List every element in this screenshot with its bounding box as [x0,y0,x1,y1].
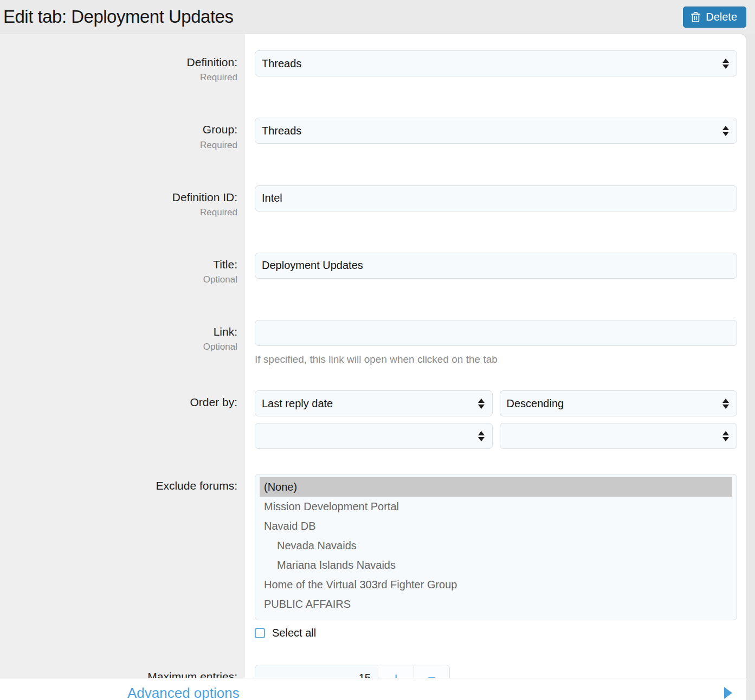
forum-option[interactable]: (None) [260,477,732,497]
group-required-note: Required [200,140,237,151]
order-by-label: Order by: [190,395,237,409]
title-label: Title: [213,258,237,272]
forum-option[interactable]: Home of the Virtual 303rd Fighter Group [260,575,732,594]
link-label: Link: [214,325,237,339]
header-bar: Edit tab: Deployment Updates Delete [0,0,755,34]
title-input[interactable] [255,253,737,279]
right-triangle-icon[interactable] [724,687,732,699]
group-label: Group: [203,123,237,137]
advanced-options-link[interactable]: Advanced options [127,685,240,700]
footer-bar: Advanced options [0,678,746,700]
forum-option[interactable]: PUBLIC AFFAIRS [260,594,732,614]
forum-option[interactable]: Mission Development Portal [260,497,732,516]
edit-tab-page: Edit tab: Deployment Updates Delete Defi… [0,0,755,700]
group-row: Group: Required Threads [0,118,746,150]
title-row: Title: Optional [0,253,746,285]
definition-select[interactable]: Threads [255,50,737,76]
link-input[interactable] [255,320,737,346]
trash-icon [691,11,701,23]
select-all-checkbox[interactable] [255,628,265,638]
form-card: Definition: Required Threads Group: Requ… [0,34,746,678]
link-row: Link: Optional If specified, this link w… [0,320,746,365]
link-optional-note: Optional [203,342,237,352]
link-help-text: If specified, this link will open when c… [255,354,737,365]
maximum-entries-input[interactable] [255,665,378,678]
maximum-entries-label: Maximum entries: [147,670,237,678]
definition-required-note: Required [200,72,237,83]
exclude-forums-list[interactable]: (None)Mission Development PortalNavaid D… [255,474,737,620]
definition-id-input[interactable] [255,185,737,211]
order-by-field-select[interactable]: Last reply date [255,390,493,416]
forum-option[interactable]: Mariana Islands Navaids [260,555,732,575]
definition-select-value: Threads [262,57,301,70]
up-down-arrows-icon [722,399,729,409]
secondary-order-direction-select[interactable] [500,423,738,449]
page-title: Edit tab: Deployment Updates [3,7,233,27]
forum-option[interactable]: Navaid DB [260,516,732,536]
definition-id-required-note: Required [200,207,237,218]
forum-option[interactable]: Nevada Navaids [260,536,732,555]
definition-id-label: Definition ID: [172,190,237,204]
increment-button[interactable]: + [378,665,414,678]
up-down-arrows-icon [478,399,485,409]
up-down-arrows-icon [722,431,729,441]
order-by-direction-select[interactable]: Descending [500,390,738,416]
decrement-button[interactable]: − [414,665,449,678]
up-down-arrows-icon [478,431,485,441]
group-select[interactable]: Threads [255,118,737,144]
maximum-entries-row: Maximum entries: + − [0,665,746,678]
exclude-forums-row: Exclude forums: (None)Mission Developmen… [0,474,746,640]
select-all-label[interactable]: Select all [272,627,316,639]
definition-id-row: Definition ID: Required [0,185,746,218]
order-by-direction-value: Descending [507,397,564,410]
delete-button[interactable]: Delete [683,7,746,28]
group-select-value: Threads [262,125,301,137]
definition-label: Definition: [187,55,237,69]
order-by-row: Order by: Last reply date Descending [0,390,746,449]
definition-row: Definition: Required Threads [0,50,746,83]
order-by-field-value: Last reply date [262,397,333,410]
title-optional-note: Optional [203,274,237,285]
up-down-arrows-icon [722,59,729,69]
up-down-arrows-icon [722,126,729,136]
exclude-forums-label: Exclude forums: [156,479,237,493]
delete-button-label: Delete [706,11,737,23]
maximum-entries-stepper: + − [255,665,450,678]
secondary-order-field-select[interactable] [255,423,493,449]
